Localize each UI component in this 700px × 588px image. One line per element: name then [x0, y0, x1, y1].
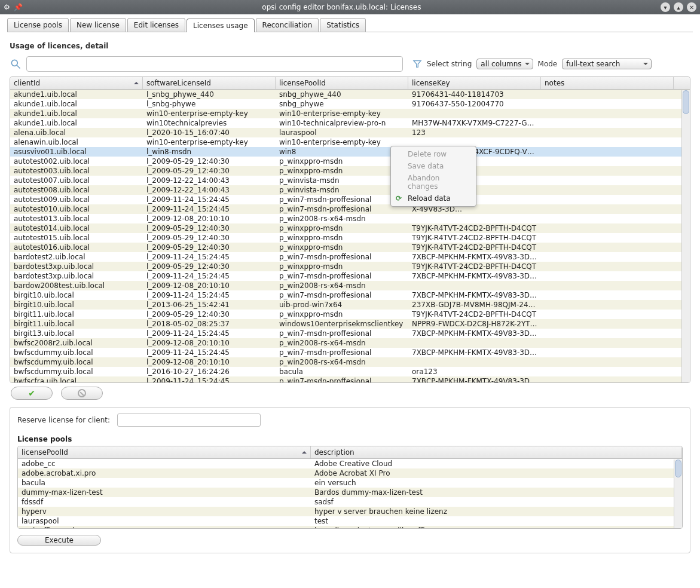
col-poolid[interactable]: licensePoolId: [18, 446, 311, 458]
tab-edit-licenses[interactable]: Edit licenses: [127, 18, 185, 32]
table-row[interactable]: birgit10.uib.locall_2009-11-24_15:24:45p…: [10, 290, 690, 300]
confirm-button[interactable]: ✔: [11, 387, 53, 400]
section-heading: Usage of licences, detail: [10, 42, 690, 50]
col-licensekey[interactable]: licenseKey: [408, 77, 541, 89]
filter-icon[interactable]: [412, 59, 422, 69]
search-input[interactable]: [26, 56, 403, 72]
table-row[interactable]: bardotest2.uib.locall_2009-11-24_15:24:4…: [10, 252, 690, 262]
columns-combo[interactable]: all columns: [476, 59, 533, 69]
pool-row[interactable]: baculaein versuch: [18, 478, 682, 488]
table-row[interactable]: autotest007.uib.locall_2009-12-22_14:00:…: [10, 176, 690, 185]
minimize-button[interactable]: ▾: [661, 2, 670, 12]
pool-row[interactable]: adobe_ccAdobe Creative Cloud: [18, 459, 682, 468]
svg-line-1: [17, 66, 20, 69]
table-row[interactable]: akunde1.uib.localwin10technicalprevieswi…: [10, 118, 690, 128]
tab-new-license[interactable]: New license: [70, 18, 126, 32]
pool-row[interactable]: lauraspooltest: [18, 516, 682, 526]
table-row[interactable]: bardow2008test.uib.locall_2009-12-08_20:…: [10, 281, 690, 290]
table-row[interactable]: autotest013.uib.locall_2009-12-08_20:10:…: [10, 214, 690, 223]
app-icon: ⚙: [4, 3, 10, 11]
context-menu: Delete row Save data Abandon changes Rel…: [390, 146, 476, 207]
col-notes[interactable]: notes: [541, 77, 674, 89]
table-header: clientId softwareLicenseId licensePoolId…: [10, 77, 690, 90]
tab-statistics[interactable]: Statistics: [320, 18, 366, 32]
pin-icon[interactable]: 📌: [14, 3, 23, 11]
table-row[interactable]: autotest015.uib.locall_2009-05-29_12:40:…: [10, 233, 690, 243]
mode-label: Mode: [538, 60, 558, 68]
search-icon: [10, 58, 22, 70]
table-row[interactable]: autotest003.uib.locall_2009-05-29_12:40:…: [10, 166, 690, 176]
table-row[interactable]: bardotest3xp.uib.locall_2009-05-29_12:40…: [10, 262, 690, 271]
table-row[interactable]: akunde1.uib.localwin10-enterprise-empty-…: [10, 109, 690, 118]
pools-scrollbar[interactable]: [674, 460, 682, 528]
table-row[interactable]: autotest014.uib.locall_2009-05-29_12:40:…: [10, 223, 690, 233]
table-row[interactable]: birgit13.uib.locall_2009-11-24_15:24:45p…: [10, 329, 690, 338]
table-row[interactable]: alenawin.uib.localwin10-enterprise-empty…: [10, 137, 690, 147]
reserve-panel: Reserve license for client: License pool…: [10, 407, 690, 553]
scrollbar[interactable]: [681, 90, 690, 382]
pool-row[interactable]: hypervhyper v server brauchen keine lize…: [18, 507, 682, 516]
svg-point-0: [11, 60, 17, 66]
pool-row[interactable]: fdssdfsadsf: [18, 497, 682, 507]
table-row[interactable]: birgit10.uib.locall_2013-06-25_15:42:41u…: [10, 300, 690, 310]
table-row[interactable]: birgit11.uib.locall_2018-05-02_08:25:37w…: [10, 319, 690, 329]
table-row[interactable]: bardotest3xp.uib.locall_2009-11-24_15:24…: [10, 271, 690, 281]
table-row[interactable]: akunde1.uib.locall_snbg_phywe_440snbg_ph…: [10, 90, 690, 99]
tabs: License poolsNew licenseEdit licensesLic…: [7, 18, 693, 32]
table-row[interactable]: bwfscdummy.uib.locall_2016-10-27_16:24:2…: [10, 367, 690, 376]
table-row[interactable]: birgit11.uib.locall_2009-05-29_12:40:30p…: [10, 310, 690, 319]
pool-row[interactable]: adobe.acrobat.xi.proAdobe Acrobat XI Pro: [18, 468, 682, 478]
pool-row[interactable]: meinofficepoolluer alle varianten von li…: [18, 526, 682, 528]
scroll-thumb[interactable]: [683, 90, 689, 114]
pool-row[interactable]: dummy-max-lizen-testBardos dummy-max-liz…: [18, 488, 682, 497]
cancel-button[interactable]: [61, 387, 103, 400]
tab-reconciliation[interactable]: Reconciliation: [256, 18, 319, 32]
table-row[interactable]: bwfscdummy.uib.locall_2009-12-08_20:10:1…: [10, 357, 690, 367]
col-licensepoolid[interactable]: licensePoolId: [276, 77, 408, 89]
ctx-reload[interactable]: Reload data: [391, 192, 476, 204]
actions: ✔: [11, 387, 689, 400]
table-row[interactable]: autotest016.uib.locall_2009-05-29_12:40:…: [10, 243, 690, 252]
search-row: Select string all columns Mode full-text…: [7, 56, 693, 76]
window-title: opsi config editor bonifax.uib.local: Li…: [23, 3, 661, 11]
titlebar: ⚙ 📌 opsi config editor bonifax.uib.local…: [0, 0, 700, 14]
execute-button[interactable]: Execute: [17, 535, 101, 546]
usage-table: clientId softwareLicenseId licensePoolId…: [10, 76, 690, 383]
tab-license-pools[interactable]: License pools: [7, 18, 69, 32]
mode-combo[interactable]: full-text search: [562, 59, 652, 69]
noentry-icon: [78, 389, 86, 397]
reserve-client-input[interactable]: [117, 414, 261, 427]
table-row[interactable]: bwfscfra.uib.locall_2009-11-24_15:24:45p…: [10, 376, 690, 382]
maximize-button[interactable]: ▴: [674, 2, 683, 12]
pools-table: licensePoolId description adobe_ccAdobe …: [17, 446, 683, 529]
check-icon: ✔: [28, 388, 35, 398]
ctx-save-data: Save data: [391, 160, 476, 172]
table-row[interactable]: asusvivo01.uib.locall_win8-msdnwin83MXN8…: [10, 147, 690, 157]
table-row[interactable]: alena.uib.locall_2020-10-15_16:07:40laur…: [10, 128, 690, 137]
close-button[interactable]: ✕: [687, 2, 696, 12]
reserve-label: Reserve license for client:: [17, 416, 110, 424]
select-string-label: Select string: [427, 60, 472, 68]
table-row[interactable]: akunde1.uib.locall_snbg-phywesnbg_phywe9…: [10, 99, 690, 109]
pools-body[interactable]: adobe_ccAdobe Creative Cloudadobe.acroba…: [18, 459, 682, 528]
table-row[interactable]: bwfsc2008r2.uib.locall_2009-12-08_20:10:…: [10, 338, 690, 348]
table-row[interactable]: bwfscdummy.uib.locall_2009-11-24_15:24:4…: [10, 348, 690, 357]
table-row[interactable]: autotest009.uib.locall_2009-11-24_15:24:…: [10, 195, 690, 204]
ctx-delete-row: Delete row: [391, 148, 476, 160]
col-description[interactable]: description: [311, 446, 682, 458]
table-body[interactable]: akunde1.uib.locall_snbg_phywe_440snbg_ph…: [10, 90, 690, 382]
table-row[interactable]: autotest010.uib.locall_2009-11-24_15:24:…: [10, 204, 690, 214]
tab-licenses-usage[interactable]: Licenses usage: [187, 19, 255, 32]
pools-header: License pools: [17, 435, 683, 443]
ctx-abandon: Abandon changes: [391, 172, 476, 192]
col-clientid[interactable]: clientId: [10, 77, 143, 89]
pools-scroll-thumb[interactable]: [675, 460, 681, 477]
table-row[interactable]: autotest002.uib.locall_2009-05-29_12:40:…: [10, 157, 690, 166]
col-softwarelicenseid[interactable]: softwareLicenseId: [143, 77, 276, 89]
svg-marker-2: [414, 61, 421, 68]
table-row[interactable]: autotest008.uib.locall_2009-12-22_14:00:…: [10, 185, 690, 195]
